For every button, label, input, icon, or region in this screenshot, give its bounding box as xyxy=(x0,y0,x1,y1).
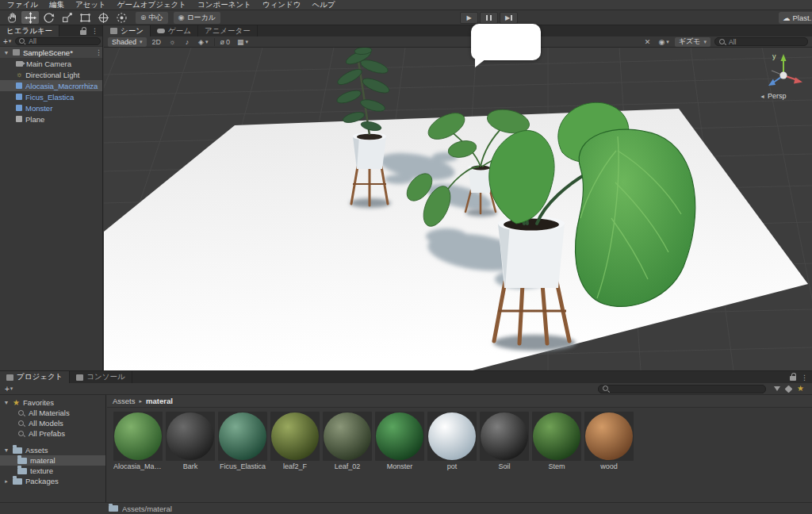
audio-toggle-button[interactable]: ♪ xyxy=(182,37,193,47)
grid-visibility-button[interactable]: ▦ ▾ xyxy=(236,37,250,47)
plastic-scm-button[interactable]: ☁ Plast... xyxy=(779,12,812,24)
tab-game[interactable]: ゲーム xyxy=(151,25,198,36)
asset-tile-pot[interactable]: pot xyxy=(427,412,477,470)
asset-tile-ficus[interactable]: Ficus_Elastica xyxy=(218,412,267,470)
hierarchy-item-main-camera[interactable]: Main Camera xyxy=(0,58,102,69)
asset-tile-leaf2f[interactable]: leaf2_F xyxy=(270,412,320,470)
breadcrumb-root[interactable]: Assets xyxy=(113,397,136,405)
lock-icon[interactable] xyxy=(790,376,796,381)
pause-button[interactable] xyxy=(480,12,498,24)
dropdown-caret-icon: ▾ xyxy=(666,39,669,45)
axis-y-label: y xyxy=(772,52,776,60)
menu-gameobject[interactable]: ゲームオブジェクト xyxy=(112,0,192,10)
project-search-input[interactable] xyxy=(598,385,766,393)
asset-grid: Alocasia_Macro… Bark Ficus_Elastica leaf… xyxy=(107,408,812,502)
menu-assets[interactable]: アセット xyxy=(70,0,112,10)
prefab-cube-icon xyxy=(16,94,22,100)
rotate-tool-button[interactable] xyxy=(40,11,57,24)
asset-tile-leaf02[interactable]: Leaf_02 xyxy=(323,412,372,470)
asset-tile-monster[interactable]: Monster xyxy=(375,412,424,470)
save-search-icon[interactable]: ★ xyxy=(797,385,804,393)
project-tab-icon xyxy=(6,374,13,381)
asset-tile-bark[interactable]: Bark xyxy=(166,412,215,470)
scene-render: y xyxy=(104,48,812,370)
foldout-arrow-icon[interactable]: ▸ xyxy=(3,478,10,485)
tab-console[interactable]: コンソール xyxy=(70,371,132,383)
panel-menu-icon[interactable]: ⋮ xyxy=(801,374,808,382)
folder-texture[interactable]: texture xyxy=(0,466,105,476)
lighting-toggle-button[interactable]: ☼ xyxy=(167,37,178,47)
dropdown-caret-icon: ▾ xyxy=(9,38,12,44)
effects-dropdown-button[interactable]: ◈ ▾ xyxy=(197,37,209,47)
hierarchy-item-directional-light[interactable]: ☼ Directional Light xyxy=(0,69,102,80)
create-object-button[interactable]: +▾ xyxy=(2,37,13,46)
lock-icon[interactable] xyxy=(80,30,86,35)
menu-file[interactable]: ファイル xyxy=(2,0,44,10)
custom-tool-button[interactable] xyxy=(113,11,130,24)
scene-viewport[interactable]: y xyxy=(104,48,812,370)
menu-help[interactable]: ヘルプ xyxy=(307,0,341,10)
hierarchy-tabbar: ヒエラルキー ⋮ xyxy=(0,25,102,36)
scene-tools-button[interactable]: ✕ xyxy=(642,37,653,47)
asset-tile-alocasia[interactable]: Alocasia_Macro… xyxy=(113,412,163,470)
folder-materal[interactable]: materal xyxy=(0,455,105,466)
foldout-arrow-icon[interactable]: ▼ xyxy=(3,447,10,453)
foldout-arrow-icon[interactable]: ▼ xyxy=(3,400,10,405)
tab-project[interactable]: プロジェクト xyxy=(0,371,70,383)
play-button[interactable]: ▶ xyxy=(460,12,478,24)
2d-toggle-button[interactable]: 2D xyxy=(151,37,163,47)
asset-tile-wood[interactable]: wood xyxy=(584,412,634,470)
scene-view-icon xyxy=(110,28,117,34)
hierarchy-item-plane[interactable]: Plane xyxy=(0,113,102,125)
favorite-all-prefabs[interactable]: All Prefabs xyxy=(0,428,105,439)
favorite-all-materials[interactable]: All Materials xyxy=(0,408,105,418)
favorites-row[interactable]: ▼ ★ Favorites xyxy=(0,397,105,408)
light-bulb-icon: ☼ xyxy=(169,38,175,46)
scene-menu-icon[interactable]: ⋮ xyxy=(95,48,102,56)
tab-scene[interactable]: シーン xyxy=(104,25,151,36)
favorite-all-models[interactable]: All Models xyxy=(0,418,105,428)
space-toggle-button[interactable]: ◉ ローカル xyxy=(174,12,221,24)
project-toolbar: +▾ ★ xyxy=(0,383,812,395)
packages-row[interactable]: ▸ Packages xyxy=(0,476,105,486)
gizmos-dropdown[interactable]: ギズモ ▾ xyxy=(675,37,710,47)
menu-component[interactable]: コンポーネント xyxy=(192,0,257,10)
hierarchy-search-value: All xyxy=(29,37,36,45)
tab-animator[interactable]: アニメーター xyxy=(198,25,258,36)
asset-tile-stem[interactable]: Stem xyxy=(532,412,581,470)
asset-tile-soil[interactable]: Soil xyxy=(480,412,529,470)
scene-visibility-button[interactable]: ø 0 xyxy=(219,37,232,47)
breadcrumb-current[interactable]: materal xyxy=(146,397,173,405)
pivot-toggle-button[interactable]: ⊕ 中心 xyxy=(136,12,168,24)
search-by-type-icon[interactable] xyxy=(774,386,780,391)
draw-mode-dropdown[interactable]: Shaded ▾ xyxy=(108,37,147,47)
hierarchy-item-monster[interactable]: Monster xyxy=(0,102,102,113)
camera-settings-button[interactable]: ◉ ▾ xyxy=(657,37,670,47)
scene-search-input[interactable]: All xyxy=(714,37,808,46)
perspective-label[interactable]: ◄ Persp xyxy=(760,92,786,100)
tab-hierarchy[interactable]: ヒエラルキー xyxy=(0,25,59,36)
hierarchy-item-ficus[interactable]: Ficus_Elastica xyxy=(0,91,102,102)
search-by-label-icon[interactable] xyxy=(785,385,793,393)
panel-menu-icon[interactable]: ⋮ xyxy=(91,27,98,35)
dropdown-caret-icon: ▾ xyxy=(10,386,13,392)
scale-tool-button[interactable] xyxy=(58,11,75,24)
scene-header-row[interactable]: ▼ SampleScene* ⋮ xyxy=(0,47,102,58)
pan-tool-button[interactable] xyxy=(3,11,21,24)
rect-tool-button[interactable] xyxy=(76,11,94,24)
menu-window[interactable]: ウィンドウ xyxy=(257,0,307,10)
hierarchy-search-input[interactable]: All xyxy=(15,37,101,45)
dropdown-caret-icon: ▾ xyxy=(140,39,143,45)
search-icon xyxy=(602,385,610,393)
assets-root-row[interactable]: ▼ Assets xyxy=(0,445,105,455)
material-sphere xyxy=(324,412,371,460)
transform-tool-button[interactable] xyxy=(94,11,112,24)
menu-edit[interactable]: 編集 xyxy=(44,0,70,10)
move-tool-button[interactable] xyxy=(21,11,39,24)
step-button[interactable]: ▶ xyxy=(500,12,518,24)
foldout-arrow-icon[interactable]: ▼ xyxy=(3,50,10,56)
tools-icon: ✕ xyxy=(645,38,651,46)
hierarchy-item-alocasia[interactable]: Alocasia_Macrorrhiza xyxy=(0,80,102,91)
audio-icon: ♪ xyxy=(186,38,190,46)
create-asset-button[interactable]: +▾ xyxy=(3,385,14,393)
